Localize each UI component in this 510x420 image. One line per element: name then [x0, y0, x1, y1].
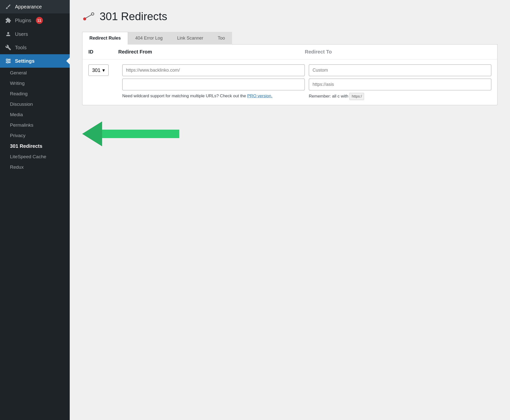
- svg-point-3: [6, 59, 8, 60]
- tab-redirect-rules[interactable]: Redirect Rules: [82, 32, 128, 45]
- tab-404-error-log[interactable]: 404 Error Log: [128, 32, 170, 45]
- page-title: 301 Redirects: [100, 10, 167, 23]
- tab-link-scanner[interactable]: Link Scanner: [170, 32, 210, 45]
- svg-point-5: [7, 62, 8, 63]
- sidebar-subitem-permalinks[interactable]: Permalinks: [0, 120, 70, 130]
- chevron-down-icon: ▾: [102, 67, 105, 73]
- sidebar-item-users-label: Users: [15, 31, 28, 37]
- green-arrow-container: [82, 120, 498, 148]
- svg-marker-11: [82, 121, 102, 146]
- redirect-to-type-input[interactable]: [309, 64, 491, 76]
- sidebar-item-appearance[interactable]: Appearance: [0, 0, 70, 13]
- sidebar-item-users[interactable]: Users: [0, 27, 70, 41]
- sidebar-subitem-writing[interactable]: Writing: [0, 78, 70, 89]
- redirect-table: ID Redirect From Redirect To 301 ▾ Need …: [82, 45, 498, 105]
- sidebar-item-plugins[interactable]: Plugins 11: [0, 13, 70, 27]
- svg-line-8: [86, 15, 92, 18]
- sidebar-item-settings-label: Settings: [15, 58, 35, 64]
- sidebar-subitem-general[interactable]: General: [0, 68, 70, 78]
- wrench-icon: [5, 44, 11, 51]
- svg-point-7: [91, 13, 94, 15]
- tabs: Redirect Rules 404 Error Log Link Scanne…: [82, 32, 498, 45]
- svg-point-4: [9, 60, 10, 62]
- svg-point-9: [84, 18, 86, 20]
- settings-icon: [5, 58, 11, 64]
- from-column: Need wildcard support for matching multi…: [122, 64, 305, 99]
- svg-rect-10: [102, 130, 179, 138]
- page-icon: [82, 10, 95, 23]
- pro-version-link[interactable]: PRO version.: [247, 94, 272, 98]
- wildcard-help-text: Need wildcard support for matching multi…: [122, 93, 305, 99]
- redirect-from-url-input[interactable]: [122, 64, 305, 76]
- plugins-badge: 11: [36, 17, 43, 24]
- remember-text: Remember: all c with https:/: [309, 93, 491, 100]
- sidebar-item-appearance-label: Appearance: [15, 4, 42, 10]
- col-header-id: ID: [88, 49, 118, 55]
- redirect-from-secondary-input[interactable]: [122, 79, 305, 90]
- sidebar-subitem-redux[interactable]: Redux: [0, 162, 70, 172]
- to-column: Remember: all c with https:/: [309, 64, 491, 100]
- sidebar-subitem-reading[interactable]: Reading: [0, 89, 70, 99]
- sidebar-item-tools-label: Tools: [15, 45, 27, 51]
- sidebar-subitem-media[interactable]: Media: [0, 109, 70, 120]
- sidebar-subitem-litespeed[interactable]: LiteSpeed Cache: [0, 152, 70, 162]
- redirect-to-url-input[interactable]: [309, 79, 491, 90]
- sidebar-subitem-privacy[interactable]: Privacy: [0, 130, 70, 141]
- page-header: 301 Redirects: [82, 10, 498, 23]
- redirect-id-select[interactable]: 301 ▾: [88, 64, 109, 76]
- sidebar-item-plugins-label: Plugins: [15, 18, 31, 23]
- sidebar-item-tools[interactable]: Tools: [0, 41, 70, 54]
- paintbrush-icon: [5, 3, 11, 10]
- user-icon: [5, 31, 11, 37]
- sidebar: Appearance Plugins 11 Users Tools: [0, 0, 70, 420]
- sidebar-item-settings[interactable]: Settings: [0, 54, 70, 68]
- col-header-from: Redirect From: [118, 49, 305, 55]
- main-content: 301 Redirects Redirect Rules 404 Error L…: [70, 0, 510, 420]
- table-row: 301 ▾ Need wildcard support for matching…: [82, 59, 497, 105]
- redirect-id-value: 301: [92, 67, 100, 73]
- plugin-icon: [5, 17, 11, 24]
- sidebar-subitem-discussion[interactable]: Discussion: [0, 99, 70, 109]
- col-header-to: Redirect To: [305, 49, 491, 55]
- id-column: 301 ▾: [88, 64, 118, 76]
- sidebar-subitem-301redirects[interactable]: 301 Redirects: [0, 141, 70, 152]
- https-badge: https:/: [349, 93, 364, 100]
- tab-too[interactable]: Too: [210, 32, 232, 45]
- table-header: ID Redirect From Redirect To: [82, 45, 497, 59]
- green-arrow-icon: [82, 120, 182, 148]
